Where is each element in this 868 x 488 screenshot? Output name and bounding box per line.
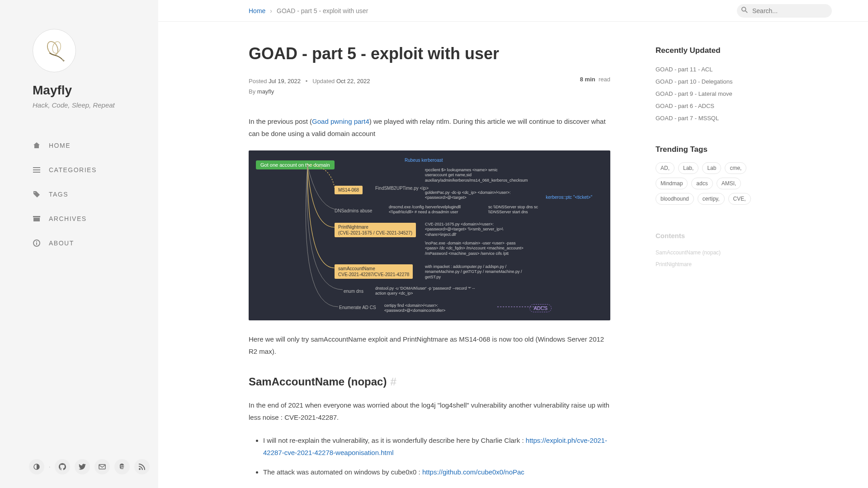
breadcrumb-home[interactable]: Home <box>249 7 265 14</box>
mindmap-root-badge: Got one account on the domain <box>256 160 335 169</box>
tag-pill[interactable]: AD, <box>656 162 675 174</box>
tag-pill[interactable]: Lab <box>702 162 721 174</box>
nav-label: CATEGORIES <box>49 166 97 174</box>
tag-pill[interactable]: adcs <box>691 178 712 189</box>
mm-dnscmd: dnscmd.exe /config /serverlevelplugindll… <box>389 205 475 215</box>
section-heading-nopac: SamAccountName (nopac) # <box>249 375 610 388</box>
trending-tags-heading: Trending Tags <box>656 145 773 154</box>
meta-left: Posted Jul 19, 2022 • Updated Oct 22, 20… <box>249 76 370 97</box>
toc-item[interactable]: PrintNightmare <box>656 258 773 270</box>
svg-line-15 <box>745 10 747 12</box>
breadcrumb-current: GOAD - part 5 - exploit with user <box>277 7 368 14</box>
tag-pill[interactable]: CVE, <box>728 193 751 205</box>
list-item: I will not re-explain the vulnerability,… <box>263 434 610 459</box>
email-icon[interactable] <box>94 459 110 474</box>
list-item: And on linux by shutdown : https://www.t… <box>263 485 610 488</box>
tag-pill[interactable]: certipy, <box>698 193 725 205</box>
search-input[interactable] <box>752 7 826 14</box>
tag-pill[interactable]: bloodhound <box>656 193 694 205</box>
nav-label: ARCHIVES <box>49 215 87 222</box>
intro-before: In the previous post ( <box>249 117 312 125</box>
nav-categories[interactable]: CATEGORIES <box>33 160 145 179</box>
list-item: The attack was automated on windows by c… <box>263 466 610 478</box>
contents-heading: Contents <box>656 232 773 239</box>
search-box[interactable] <box>737 4 832 18</box>
breadcrumb: Home › GOAD - part 5 - exploit with user <box>249 7 368 14</box>
svg-rect-3 <box>33 169 40 170</box>
nav-label: TAGS <box>49 191 68 198</box>
nav-list: HOME CATEGORIES TAGS ARCHIVES ABOUT <box>33 136 145 258</box>
recently-updated-heading: Recently Updated <box>656 46 773 55</box>
svg-point-5 <box>34 192 35 193</box>
goad-part4-link[interactable]: Goad pwning part4 <box>312 117 369 125</box>
mm-rubeus: Rubeus kerberoast <box>405 158 443 163</box>
para-2: Here we will only try samAccountName exp… <box>249 333 610 357</box>
mm-dnsstop: sc \\DNSServer stop dns sc \\DNSServer s… <box>488 205 552 215</box>
mm-cve1675-cmd: CVE-2021-1675.py <domain>/<user>:<passwo… <box>425 222 524 238</box>
mm-kerberos-ptc: kerberos::ptc "<ticket>" <box>546 195 592 200</box>
section-heading-text: SamAccountName (nopac) <box>249 375 387 388</box>
nav-tags[interactable]: TAGS <box>33 185 145 204</box>
intro-paragraph: In the previous post (Goad pwning part4)… <box>249 115 610 140</box>
recently-updated-list: GOAD - part 11 - ACL GOAD - part 10 - De… <box>656 63 773 124</box>
bullet-text: The attack was automated on windows by c… <box>263 468 422 476</box>
sidebar: Mayfly Hack, Code, Sleep, Repeat HOME CA… <box>0 0 158 488</box>
content-wrap: GOAD - part 5 - exploit with user Posted… <box>158 22 868 488</box>
mm-enumadcs: Enumerate AD CS <box>339 305 376 310</box>
recent-link[interactable]: GOAD - part 9 - Lateral move <box>656 88 773 100</box>
nav-home[interactable]: HOME <box>33 136 145 155</box>
sidebar-footer: · <box>29 459 150 474</box>
nav-archives[interactable]: ARCHIVES <box>33 209 145 228</box>
tag-pill[interactable]: Lab, <box>678 162 698 174</box>
mastodon-icon[interactable] <box>114 459 130 474</box>
home-icon <box>33 141 41 150</box>
avatar[interactable] <box>33 29 76 72</box>
mm-golden-cmd: goldenPac.py -dc-ip <dc_ip> <domain>/<us… <box>425 190 520 201</box>
svg-point-14 <box>742 7 746 11</box>
info-icon <box>33 239 41 247</box>
toc-item[interactable]: SamAccountName (nopac) <box>656 247 773 258</box>
svg-rect-10 <box>36 241 37 242</box>
svg-point-13 <box>139 468 141 470</box>
main-area: Home › GOAD - part 5 - exploit with user… <box>158 0 868 488</box>
svg-rect-2 <box>33 167 40 168</box>
svg-rect-4 <box>33 172 40 173</box>
tag-pill[interactable]: cme, <box>725 162 746 174</box>
posted-label: Posted <box>249 78 267 84</box>
twitter-icon[interactable] <box>75 459 90 474</box>
rss-icon[interactable] <box>134 459 150 474</box>
search-icon <box>741 7 748 13</box>
svg-rect-12 <box>99 465 105 469</box>
mm-node-samaccountname: samAccountName CVE-2021-42287/CVE-2021-4… <box>335 264 413 279</box>
anchor-icon[interactable]: # <box>390 375 396 388</box>
read-unit: min <box>585 76 595 83</box>
recent-link[interactable]: GOAD - part 10 - Delegations <box>656 75 773 88</box>
article: GOAD - part 5 - exploit with user Posted… <box>249 44 610 488</box>
trending-tags: AD, Lab, Lab cme, Mindmap adcs AMSI, blo… <box>656 162 773 205</box>
mm-impacket-cmd: with impacket : addcomputer.py / addspn.… <box>425 264 524 280</box>
mm-dnsadmins: DNSadmins abuse <box>335 208 372 213</box>
recent-link[interactable]: GOAD - part 11 - ACL <box>656 63 773 75</box>
nopac-github-link[interactable]: https://github.com/cube0x0/noPac <box>422 468 524 476</box>
read-suffix: read <box>599 76 610 83</box>
nav-about[interactable]: ABOUT <box>33 234 145 253</box>
tag-pill[interactable]: Mindmap <box>656 178 688 189</box>
by-label: By <box>249 88 255 95</box>
mm-rpc-cmd: rpcclient $> lookupnames <name> wmic use… <box>425 168 520 183</box>
mm-findsmb: FindSMB2UPTime.py <ip> <box>375 186 429 191</box>
archive-icon <box>33 215 41 223</box>
tag-pill[interactable]: AMSI, <box>717 178 741 189</box>
mm-nopac-cmd: \noPac.exe -domain <domain> -user <user>… <box>425 241 529 257</box>
site-title[interactable]: Mayfly <box>33 83 145 98</box>
theme-toggle-icon[interactable] <box>29 459 44 474</box>
github-icon[interactable] <box>55 459 70 474</box>
nav-label: HOME <box>49 142 71 149</box>
svg-rect-9 <box>36 243 37 245</box>
updated-date: Oct 22, 2022 <box>336 78 370 84</box>
author-name: mayfly <box>257 88 274 95</box>
page-title: GOAD - part 5 - exploit with user <box>249 44 610 63</box>
mm-certipy-cmd: certipy find <domain>/<user>:<password>@… <box>384 303 488 314</box>
recent-link[interactable]: GOAD - part 6 - ADCS <box>656 100 773 112</box>
recent-link[interactable]: GOAD - part 7 - MSSQL <box>656 112 773 124</box>
mm-dnstool-cmd: dnstool.py -u 'DOMAIN\user' -p 'password… <box>375 286 484 296</box>
